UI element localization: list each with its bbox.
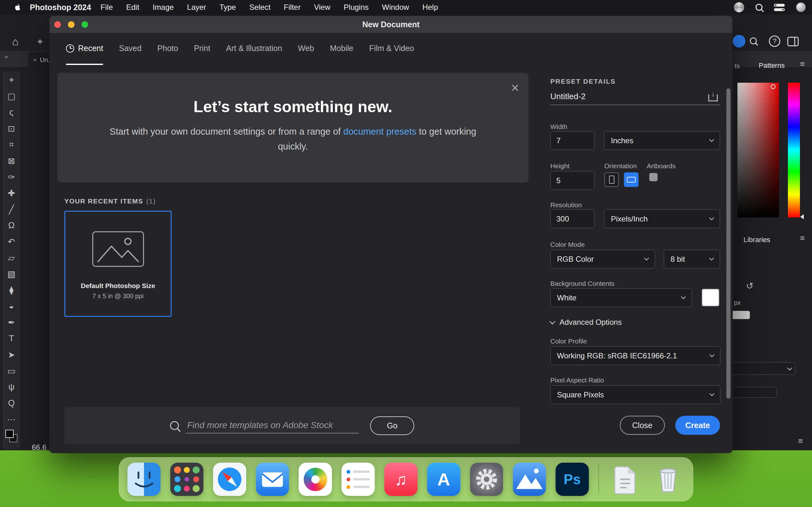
zoom-level-field[interactable]: 66.6	[32, 443, 47, 452]
menu-item[interactable]: Image	[153, 3, 174, 12]
reminders-dock-icon[interactable]	[342, 463, 375, 496]
dialog-tab[interactable]: Saved	[119, 33, 142, 65]
path-selection-tool[interactable]: ➤	[3, 347, 20, 363]
color-profile-dropdown[interactable]: Working RGB: sRGB IEC61966-2.1	[550, 346, 720, 365]
width-unit-dropdown[interactable]: Inches	[604, 131, 720, 150]
resolution-unit-dropdown[interactable]: Pixels/Inch	[604, 210, 720, 228]
go-button[interactable]: Go	[370, 416, 414, 435]
brush-tool[interactable]: ╱	[3, 201, 20, 217]
menu-item[interactable]: View	[314, 3, 331, 12]
advanced-options-toggle[interactable]: Advanced Options	[550, 318, 622, 327]
apple-menu-icon[interactable]	[14, 3, 21, 11]
mail-dock-icon[interactable]	[256, 463, 289, 496]
edit-toolbar[interactable]: ⋯	[3, 411, 20, 428]
foreground-color-swatch[interactable]	[5, 430, 14, 438]
partial-dropdown[interactable]	[726, 362, 796, 375]
type-tool[interactable]: T	[3, 331, 20, 347]
menu-item[interactable]: Window	[382, 3, 409, 12]
object-selection-tool[interactable]: ⊡	[3, 120, 20, 136]
panel-tab-libraries[interactable]: Libraries	[744, 236, 770, 244]
panel-tab-partial[interactable]: ts	[734, 62, 740, 70]
menu-item[interactable]: Help	[422, 3, 438, 12]
siri-icon[interactable]	[796, 3, 806, 12]
zoom-tool[interactable]: Q	[3, 395, 20, 411]
pixel-aspect-ratio-dropdown[interactable]: Square Pixels	[550, 385, 720, 404]
menu-item[interactable]: Filter	[284, 3, 301, 12]
panel-toggle-icon[interactable]	[787, 37, 799, 46]
dialog-tab[interactable]: Art & Illustration	[226, 33, 282, 65]
menu-item[interactable]: Select	[249, 3, 270, 12]
photoshop-dock-icon[interactable]: Ps	[556, 463, 589, 496]
menu-item[interactable]: Layer	[187, 3, 206, 12]
dialog-scrollbar[interactable]	[726, 89, 730, 399]
hue-slider-marker[interactable]	[800, 214, 804, 219]
libraries-panel-menu-icon[interactable]: ≡	[800, 233, 805, 243]
resolution-input[interactable]	[550, 210, 595, 228]
stock-search-input[interactable]	[186, 418, 359, 434]
close-window-button[interactable]	[54, 21, 61, 28]
document-name-input[interactable]	[550, 92, 708, 101]
width-input[interactable]	[550, 131, 595, 150]
patterns-panel-menu-icon[interactable]: ≡	[800, 59, 805, 69]
dialog-tab[interactable]: Print	[194, 33, 210, 65]
color-mode-dropdown[interactable]: RGB Color	[550, 250, 655, 268]
gradient-tool[interactable]: ▧	[3, 266, 20, 282]
menu-item[interactable]: Type	[219, 3, 236, 12]
height-input[interactable]	[550, 171, 595, 190]
menu-item[interactable]: Plugins	[344, 3, 369, 12]
healing-brush-tool[interactable]: ✚	[3, 185, 20, 201]
dialog-tab[interactable]: Recent	[66, 33, 103, 65]
marquee-tool[interactable]: ▢	[3, 88, 20, 104]
ps-search-icon[interactable]	[750, 38, 757, 44]
bottom-panel-menu-icon[interactable]: ≡	[798, 436, 803, 446]
pen-tool[interactable]: ✒	[3, 314, 20, 331]
control-center-icon[interactable]	[774, 4, 785, 11]
lasso-tool[interactable]: ς	[3, 104, 20, 120]
photos-blue-app-dock-icon[interactable]	[513, 463, 546, 496]
dodge-tool[interactable]: ◒	[3, 298, 20, 314]
photos-dock-icon[interactable]	[299, 463, 332, 496]
eraser-tool[interactable]: ▱	[3, 250, 20, 266]
blur-tool[interactable]: ⧫	[3, 282, 20, 298]
hero-close-icon[interactable]: ×	[511, 81, 519, 95]
launchpad-dock-icon[interactable]	[170, 463, 204, 496]
zoom-window-button[interactable]	[82, 21, 88, 28]
eyedropper-tool[interactable]: ✑	[3, 169, 20, 185]
artboards-checkbox[interactable]	[649, 173, 658, 181]
bit-depth-dropdown[interactable]: 8 bit	[664, 250, 720, 268]
crop-tool[interactable]: ⌗	[3, 136, 20, 153]
hue-slider[interactable]	[788, 83, 800, 217]
move-tool[interactable]: ⌖	[3, 72, 20, 88]
background-contents-dropdown[interactable]: White	[550, 288, 692, 307]
share-cloud-button[interactable]	[733, 35, 745, 48]
menu-app-name[interactable]: Photoshop 2024	[30, 3, 91, 12]
create-button[interactable]: Create	[675, 416, 720, 435]
recent-item-card[interactable]: Default Photoshop Size 7 x 5 in @ 300 pp…	[64, 211, 171, 317]
background-color-swatch[interactable]	[702, 289, 719, 306]
finder-dock-icon[interactable]	[128, 463, 161, 496]
minimize-window-button[interactable]	[68, 21, 74, 28]
hand-tool[interactable]: ψ	[3, 379, 20, 395]
color-picker-field[interactable]	[738, 83, 779, 217]
panel-tab-patterns[interactable]: Patterns	[759, 61, 785, 70]
menu-item[interactable]: Edit	[126, 3, 139, 12]
dialog-tab[interactable]: Film & Video	[369, 33, 414, 65]
orientation-portrait-button[interactable]	[604, 172, 619, 187]
system-settings-dock-icon[interactable]	[470, 463, 503, 496]
partial-input[interactable]	[729, 387, 777, 398]
document-dock-icon[interactable]	[609, 463, 642, 496]
save-preset-icon[interactable]: ↓	[708, 95, 718, 101]
sync-reset-icon[interactable]: ↺	[746, 281, 753, 291]
music-dock-icon[interactable]: ♫	[385, 463, 418, 496]
spotlight-search-icon[interactable]	[756, 4, 763, 11]
tab-close-icon[interactable]: ×	[33, 56, 37, 64]
home-icon[interactable]: ⌂	[12, 36, 19, 48]
rectangle-tool[interactable]: ▭	[3, 363, 20, 379]
dialog-tab[interactable]: Mobile	[330, 33, 353, 65]
help-icon[interactable]: ?	[769, 36, 780, 47]
trash-dock-icon[interactable]	[652, 463, 685, 496]
orientation-landscape-button[interactable]	[624, 172, 639, 187]
app-store-dock-icon[interactable]: A	[427, 463, 461, 496]
close-button[interactable]: Close	[620, 416, 665, 435]
history-brush-tool[interactable]: ↶	[3, 233, 20, 250]
